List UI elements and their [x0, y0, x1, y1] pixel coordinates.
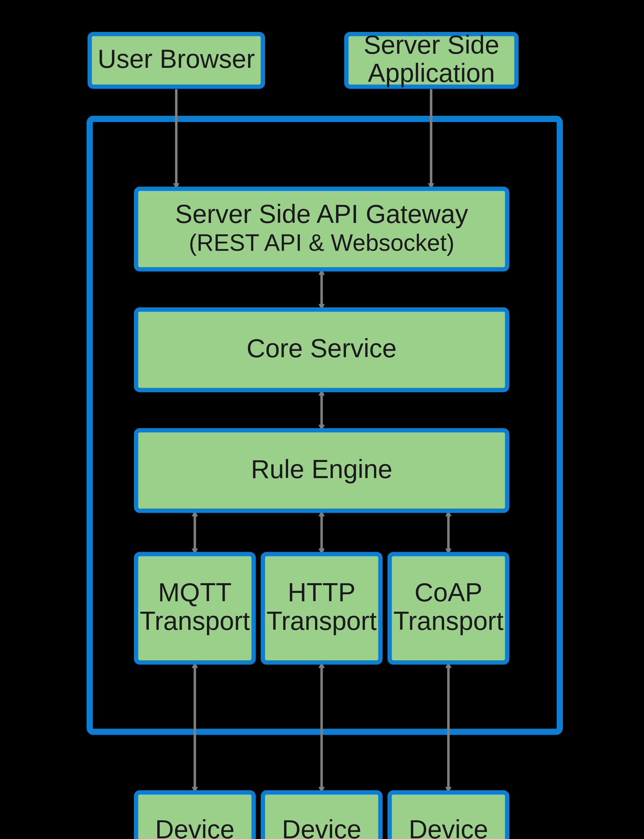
- mqtt-transport-label-2: Transport: [140, 607, 250, 635]
- device-app-2-label-1: Device: [282, 815, 361, 839]
- device-app-3-label-1: Device: [409, 815, 488, 839]
- api-gateway-subtitle: (REST API & Websocket): [189, 230, 455, 256]
- server-side-app-label-1: Server Side: [363, 30, 499, 59]
- coap-transport-label-2: Transport: [393, 607, 504, 635]
- coap-transport-label-1: CoAP: [415, 578, 482, 607]
- user-browser-label: User Browser: [98, 45, 255, 73]
- architecture-diagram: User BrowserServer SideApplicationServer…: [0, 0, 644, 839]
- http-transport-label-2: Transport: [267, 607, 377, 635]
- mqtt-transport-label-1: MQTT: [158, 578, 232, 607]
- rule-engine-label: Rule Engine: [251, 455, 393, 483]
- device-app-1-label-1: Device: [155, 815, 235, 839]
- http-transport-label-1: HTTP: [288, 578, 356, 607]
- core-service-label: Core Service: [246, 334, 397, 363]
- api-gateway-title: Server Side API Gateway: [175, 199, 468, 228]
- server-side-app-label-2: Application: [368, 58, 495, 87]
